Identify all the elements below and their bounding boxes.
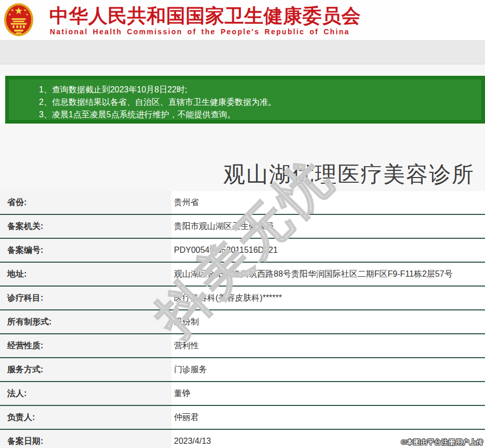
national-emblem-icon: ★ ★ ★ ★: [4, 2, 34, 37]
table-row: 负责人: 仲丽君: [0, 406, 485, 430]
row-label: 备案日期:: [0, 430, 171, 448]
row-label: 诊疗科目:: [0, 287, 171, 309]
site-header: ★ ★ ★ ★ 中华人民共和国国家卫生健康委员会 National Health…: [0, 0, 398, 40]
row-value: 观山湖区金阳街道兴筑西路88号贵阳华润国际社区二期F区F9-F11栋2层57号: [171, 263, 485, 286]
table-row: 备案机关: 贵阳市观山湖区卫生健康局: [0, 215, 485, 239]
gray-band: [0, 40, 485, 64]
notice-box: 1、查询数据截止到2023年10月8日22时; 2、信息数据结果以各省、自治区、…: [5, 76, 485, 124]
row-value: 贵州省: [171, 191, 485, 214]
row-label: 备案机关:: [0, 215, 171, 238]
star-icon: ★: [23, 8, 27, 12]
header-title-cn: 中华人民共和国国家卫生健康委员会: [49, 3, 361, 29]
row-value: 股份制: [171, 310, 485, 333]
star-icon: ★: [26, 12, 29, 16]
table-row: 备案日期: 2023/4/13: [0, 430, 485, 448]
row-value: PDY00549-352011516D221: [171, 239, 485, 262]
table-row: 诊疗科目: 医疗美容科(美容皮肤科)******: [0, 287, 485, 310]
row-value: 仲丽君: [171, 406, 485, 429]
row-label: 法人:: [0, 382, 171, 405]
registration-table: 省份: 贵州省 备案机关: 贵阳市观山湖区卫生健康局 备案编号: PDY0054…: [0, 191, 485, 448]
table-row: 服务方式: 门诊服务: [0, 358, 485, 382]
notice-line-1: 1、查询数据截止到2023年10月8日22时;: [39, 84, 476, 96]
row-value: 门诊服务: [171, 358, 485, 381]
table-row: 所有制形式: 股份制: [0, 310, 485, 334]
table-row: 省份: 贵州省: [0, 191, 485, 215]
row-label: 备案编号:: [0, 239, 171, 262]
notice-line-3: 3、凌晨1点至凌晨5点系统进行维护，不能提供查询。: [39, 108, 476, 121]
row-label: 服务方式:: [0, 358, 171, 381]
row-label: 省份:: [0, 191, 171, 214]
row-label: 地址:: [0, 263, 171, 286]
star-icon: ★: [11, 8, 15, 12]
facility-name-title: 观山湖优理医疗美容诊所: [223, 160, 475, 189]
notice-box-inner: 1、查询数据截止到2023年10月8日22时; 2、信息数据结果以各省、自治区、…: [9, 79, 481, 120]
row-value: 贵阳市观山湖区卫生健康局: [171, 215, 485, 238]
row-value: 营利性: [171, 334, 485, 357]
star-icon: ★: [8, 12, 11, 16]
row-label: 所有制形式:: [0, 310, 171, 333]
row-label: 负责人:: [0, 406, 171, 429]
row-value: 董铮: [171, 382, 485, 405]
table-row: 地址: 观山湖区金阳街道兴筑西路88号贵阳华润国际社区二期F区F9-F11栋2层…: [0, 263, 485, 287]
row-value: 2023/4/13: [171, 430, 485, 448]
header-title-en: National Health Commission of the People…: [50, 28, 350, 36]
row-value: 医疗美容科(美容皮肤科)******: [171, 287, 485, 309]
table-row: 法人: 董铮: [0, 382, 485, 406]
table-row: 备案编号: PDY00549-352011516D221: [0, 239, 485, 263]
table-row: 经营性质: 营利性: [0, 334, 485, 358]
row-label: 经营性质:: [0, 334, 171, 357]
light-band: [0, 64, 485, 76]
notice-line-2: 2、信息数据结果以各省、自治区、直辖市卫生健康委数据为准。: [39, 96, 476, 108]
